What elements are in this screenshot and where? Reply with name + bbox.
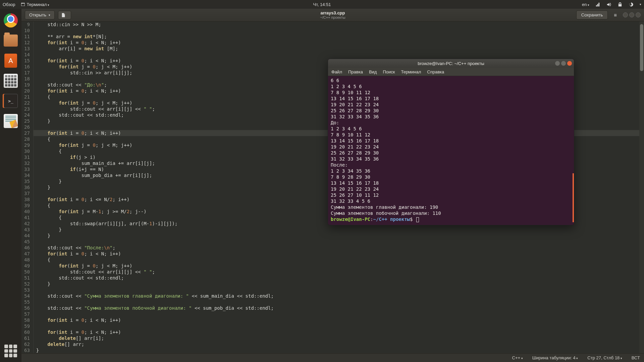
dock-chrome[interactable] xyxy=(2,12,19,29)
clock[interactable]: Чт, 14:51 xyxy=(313,2,331,7)
open-button[interactable]: Открыть xyxy=(25,10,55,19)
dock-calculator[interactable] xyxy=(2,72,19,89)
editor-scrollbar[interactable] xyxy=(639,21,644,353)
gedit-statusbar: C++ Ширина табуляции: 4 Стр 27, Стлб 18 … xyxy=(21,353,644,362)
gedit-headerbar: Открыть arrays3.cpp ~/C++ проекты Сохран… xyxy=(21,9,644,21)
dock-text-editor[interactable] xyxy=(2,113,19,129)
terminal-minimize-button[interactable] xyxy=(555,61,560,66)
terminal-menu-Правка[interactable]: Правка xyxy=(348,69,363,74)
minimize-button[interactable] xyxy=(623,12,628,17)
status-language[interactable]: C++ xyxy=(512,355,523,360)
system-menu-arrow[interactable]: ▾ xyxy=(640,3,641,6)
activities-button[interactable]: Обзор xyxy=(3,2,15,7)
status-tab-width[interactable]: Ширина табуляции: 4 xyxy=(532,355,578,360)
volume-icon[interactable] xyxy=(606,2,611,7)
terminal-titlebar[interactable]: browze@Ivan-PC: ~/C++ проекты xyxy=(328,59,574,68)
save-button[interactable]: Сохранить xyxy=(576,10,608,19)
terminal-menu-Поиск[interactable]: Поиск xyxy=(383,69,395,74)
terminal-menu-Справка[interactable]: Справка xyxy=(427,69,444,74)
dock-software[interactable]: A xyxy=(2,52,19,69)
status-cursor-position: Стр 27, Стлб 18 xyxy=(587,355,622,360)
keyboard-layout-indicator[interactable]: en xyxy=(582,2,589,7)
terminal-window[interactable]: browze@Ivan-PC: ~/C++ проекты ФайлПравка… xyxy=(328,59,574,225)
close-button[interactable] xyxy=(636,12,641,17)
app-menu[interactable]: 🗔Терминал xyxy=(21,2,49,7)
terminal-scroll-indicator[interactable] xyxy=(573,173,574,222)
hamburger-menu[interactable]: ≡ xyxy=(611,10,620,19)
power-icon[interactable] xyxy=(629,2,634,7)
terminal-title-text: browze@Ivan-PC: ~/C++ проекты xyxy=(418,61,484,66)
terminal-menu-Терминал[interactable]: Терминал xyxy=(401,69,421,74)
terminal-output[interactable]: 6 6 1 2 3 4 5 6 7 8 9 10 11 12 13 14 15 … xyxy=(328,76,574,225)
terminal-menubar: ФайлПравкаВидПоискТерминалСправка xyxy=(328,68,574,76)
window-title: arrays3.cpp ~/C++ проекты xyxy=(320,10,345,19)
terminal-maximize-button[interactable] xyxy=(561,61,566,66)
new-file-button[interactable] xyxy=(58,11,71,19)
ubuntu-dock: A >_ xyxy=(0,9,21,362)
dock-show-applications[interactable] xyxy=(4,345,17,357)
lock-icon[interactable] xyxy=(618,2,623,7)
gnome-top-panel: Обзор 🗔Терминал Чт, 14:51 en ▾ xyxy=(0,0,644,9)
terminal-menu-Файл[interactable]: Файл xyxy=(331,69,342,74)
new-file-icon xyxy=(61,13,66,17)
maximize-button[interactable] xyxy=(629,12,634,17)
terminal-close-button[interactable] xyxy=(567,61,572,66)
line-number-gutter: 9101112131415161718192021222324252627282… xyxy=(21,21,34,353)
dock-terminal[interactable]: >_ xyxy=(2,93,19,109)
scrollbar-thumb[interactable] xyxy=(640,24,643,71)
terminal-menu-Вид[interactable]: Вид xyxy=(369,69,377,74)
network-icon[interactable] xyxy=(595,2,600,7)
dock-files[interactable] xyxy=(2,32,19,49)
status-insert-mode: ВСТ xyxy=(632,355,640,360)
